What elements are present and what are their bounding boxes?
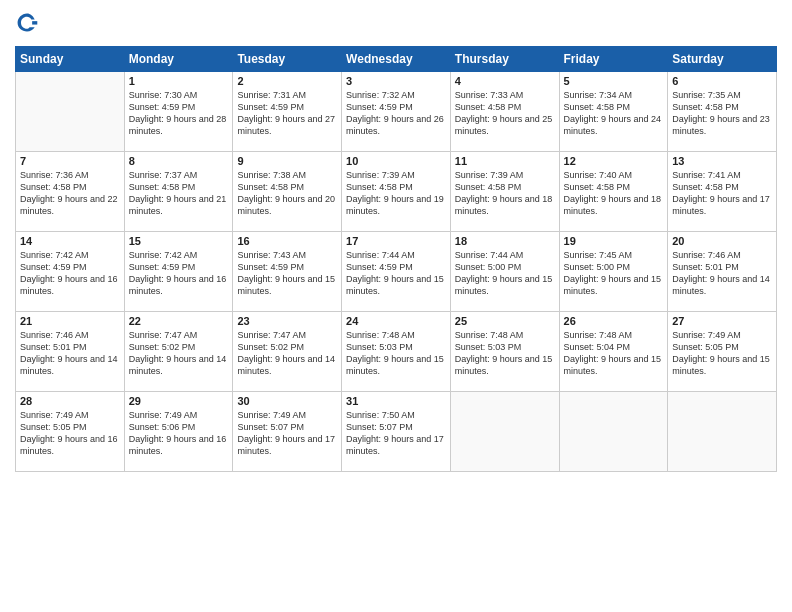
calendar-cell <box>668 392 777 472</box>
day-number: 14 <box>20 235 120 247</box>
calendar-cell: 8Sunrise: 7:37 AMSunset: 4:58 PMDaylight… <box>124 152 233 232</box>
calendar-cell: 4Sunrise: 7:33 AMSunset: 4:58 PMDaylight… <box>450 72 559 152</box>
day-number: 27 <box>672 315 772 327</box>
day-number: 31 <box>346 395 446 407</box>
day-info: Sunrise: 7:38 AMSunset: 4:58 PMDaylight:… <box>237 169 337 218</box>
calendar-header-saturday: Saturday <box>668 47 777 72</box>
day-info: Sunrise: 7:42 AMSunset: 4:59 PMDaylight:… <box>129 249 229 298</box>
calendar-header-row: SundayMondayTuesdayWednesdayThursdayFrid… <box>16 47 777 72</box>
day-info: Sunrise: 7:39 AMSunset: 4:58 PMDaylight:… <box>455 169 555 218</box>
day-number: 6 <box>672 75 772 87</box>
day-number: 26 <box>564 315 664 327</box>
calendar-cell: 19Sunrise: 7:45 AMSunset: 5:00 PMDayligh… <box>559 232 668 312</box>
day-info: Sunrise: 7:42 AMSunset: 4:59 PMDaylight:… <box>20 249 120 298</box>
day-number: 25 <box>455 315 555 327</box>
day-number: 23 <box>237 315 337 327</box>
calendar-cell: 16Sunrise: 7:43 AMSunset: 4:59 PMDayligh… <box>233 232 342 312</box>
day-info: Sunrise: 7:39 AMSunset: 4:58 PMDaylight:… <box>346 169 446 218</box>
calendar-header-monday: Monday <box>124 47 233 72</box>
calendar-cell: 30Sunrise: 7:49 AMSunset: 5:07 PMDayligh… <box>233 392 342 472</box>
day-number: 7 <box>20 155 120 167</box>
calendar-page: SundayMondayTuesdayWednesdayThursdayFrid… <box>0 0 792 612</box>
day-number: 29 <box>129 395 229 407</box>
day-number: 2 <box>237 75 337 87</box>
day-info: Sunrise: 7:44 AMSunset: 5:00 PMDaylight:… <box>455 249 555 298</box>
day-info: Sunrise: 7:33 AMSunset: 4:58 PMDaylight:… <box>455 89 555 138</box>
calendar-header-sunday: Sunday <box>16 47 125 72</box>
day-info: Sunrise: 7:35 AMSunset: 4:58 PMDaylight:… <box>672 89 772 138</box>
calendar-week-0: 1Sunrise: 7:30 AMSunset: 4:59 PMDaylight… <box>16 72 777 152</box>
calendar-cell: 20Sunrise: 7:46 AMSunset: 5:01 PMDayligh… <box>668 232 777 312</box>
calendar-cell <box>450 392 559 472</box>
day-info: Sunrise: 7:48 AMSunset: 5:03 PMDaylight:… <box>346 329 446 378</box>
calendar-table: SundayMondayTuesdayWednesdayThursdayFrid… <box>15 46 777 472</box>
day-info: Sunrise: 7:43 AMSunset: 4:59 PMDaylight:… <box>237 249 337 298</box>
calendar-cell: 26Sunrise: 7:48 AMSunset: 5:04 PMDayligh… <box>559 312 668 392</box>
calendar-cell: 15Sunrise: 7:42 AMSunset: 4:59 PMDayligh… <box>124 232 233 312</box>
day-info: Sunrise: 7:32 AMSunset: 4:59 PMDaylight:… <box>346 89 446 138</box>
calendar-cell: 9Sunrise: 7:38 AMSunset: 4:58 PMDaylight… <box>233 152 342 232</box>
day-number: 10 <box>346 155 446 167</box>
day-info: Sunrise: 7:40 AMSunset: 4:58 PMDaylight:… <box>564 169 664 218</box>
calendar-cell: 11Sunrise: 7:39 AMSunset: 4:58 PMDayligh… <box>450 152 559 232</box>
calendar-week-1: 7Sunrise: 7:36 AMSunset: 4:58 PMDaylight… <box>16 152 777 232</box>
calendar-cell: 24Sunrise: 7:48 AMSunset: 5:03 PMDayligh… <box>342 312 451 392</box>
day-number: 1 <box>129 75 229 87</box>
calendar-cell: 6Sunrise: 7:35 AMSunset: 4:58 PMDaylight… <box>668 72 777 152</box>
calendar-cell: 25Sunrise: 7:48 AMSunset: 5:03 PMDayligh… <box>450 312 559 392</box>
day-info: Sunrise: 7:34 AMSunset: 4:58 PMDaylight:… <box>564 89 664 138</box>
day-info: Sunrise: 7:36 AMSunset: 4:58 PMDaylight:… <box>20 169 120 218</box>
day-info: Sunrise: 7:37 AMSunset: 4:58 PMDaylight:… <box>129 169 229 218</box>
calendar-week-3: 21Sunrise: 7:46 AMSunset: 5:01 PMDayligh… <box>16 312 777 392</box>
day-info: Sunrise: 7:45 AMSunset: 5:00 PMDaylight:… <box>564 249 664 298</box>
day-number: 24 <box>346 315 446 327</box>
day-number: 15 <box>129 235 229 247</box>
calendar-header-wednesday: Wednesday <box>342 47 451 72</box>
calendar-header-friday: Friday <box>559 47 668 72</box>
day-number: 13 <box>672 155 772 167</box>
calendar-cell: 17Sunrise: 7:44 AMSunset: 4:59 PMDayligh… <box>342 232 451 312</box>
header <box>15 10 777 38</box>
calendar-header-tuesday: Tuesday <box>233 47 342 72</box>
calendar-cell: 29Sunrise: 7:49 AMSunset: 5:06 PMDayligh… <box>124 392 233 472</box>
calendar-week-2: 14Sunrise: 7:42 AMSunset: 4:59 PMDayligh… <box>16 232 777 312</box>
day-info: Sunrise: 7:49 AMSunset: 5:07 PMDaylight:… <box>237 409 337 458</box>
calendar-cell: 23Sunrise: 7:47 AMSunset: 5:02 PMDayligh… <box>233 312 342 392</box>
day-number: 18 <box>455 235 555 247</box>
day-info: Sunrise: 7:48 AMSunset: 5:03 PMDaylight:… <box>455 329 555 378</box>
day-info: Sunrise: 7:49 AMSunset: 5:06 PMDaylight:… <box>129 409 229 458</box>
calendar-cell: 31Sunrise: 7:50 AMSunset: 5:07 PMDayligh… <box>342 392 451 472</box>
calendar-cell: 18Sunrise: 7:44 AMSunset: 5:00 PMDayligh… <box>450 232 559 312</box>
calendar-cell: 27Sunrise: 7:49 AMSunset: 5:05 PMDayligh… <box>668 312 777 392</box>
day-info: Sunrise: 7:31 AMSunset: 4:59 PMDaylight:… <box>237 89 337 138</box>
calendar-cell: 14Sunrise: 7:42 AMSunset: 4:59 PMDayligh… <box>16 232 125 312</box>
logo <box>15 10 41 38</box>
calendar-cell: 10Sunrise: 7:39 AMSunset: 4:58 PMDayligh… <box>342 152 451 232</box>
day-info: Sunrise: 7:30 AMSunset: 4:59 PMDaylight:… <box>129 89 229 138</box>
day-number: 19 <box>564 235 664 247</box>
day-number: 16 <box>237 235 337 247</box>
day-number: 4 <box>455 75 555 87</box>
day-number: 3 <box>346 75 446 87</box>
day-number: 28 <box>20 395 120 407</box>
day-info: Sunrise: 7:41 AMSunset: 4:58 PMDaylight:… <box>672 169 772 218</box>
day-number: 5 <box>564 75 664 87</box>
day-number: 17 <box>346 235 446 247</box>
calendar-cell: 2Sunrise: 7:31 AMSunset: 4:59 PMDaylight… <box>233 72 342 152</box>
calendar-week-4: 28Sunrise: 7:49 AMSunset: 5:05 PMDayligh… <box>16 392 777 472</box>
calendar-cell: 12Sunrise: 7:40 AMSunset: 4:58 PMDayligh… <box>559 152 668 232</box>
calendar-cell: 1Sunrise: 7:30 AMSunset: 4:59 PMDaylight… <box>124 72 233 152</box>
day-info: Sunrise: 7:49 AMSunset: 5:05 PMDaylight:… <box>20 409 120 458</box>
logo-icon <box>15 10 39 34</box>
day-number: 20 <box>672 235 772 247</box>
calendar-cell: 21Sunrise: 7:46 AMSunset: 5:01 PMDayligh… <box>16 312 125 392</box>
day-info: Sunrise: 7:47 AMSunset: 5:02 PMDaylight:… <box>237 329 337 378</box>
day-number: 12 <box>564 155 664 167</box>
calendar-cell: 28Sunrise: 7:49 AMSunset: 5:05 PMDayligh… <box>16 392 125 472</box>
day-number: 22 <box>129 315 229 327</box>
calendar-cell: 22Sunrise: 7:47 AMSunset: 5:02 PMDayligh… <box>124 312 233 392</box>
day-number: 21 <box>20 315 120 327</box>
day-number: 9 <box>237 155 337 167</box>
day-info: Sunrise: 7:49 AMSunset: 5:05 PMDaylight:… <box>672 329 772 378</box>
day-info: Sunrise: 7:48 AMSunset: 5:04 PMDaylight:… <box>564 329 664 378</box>
